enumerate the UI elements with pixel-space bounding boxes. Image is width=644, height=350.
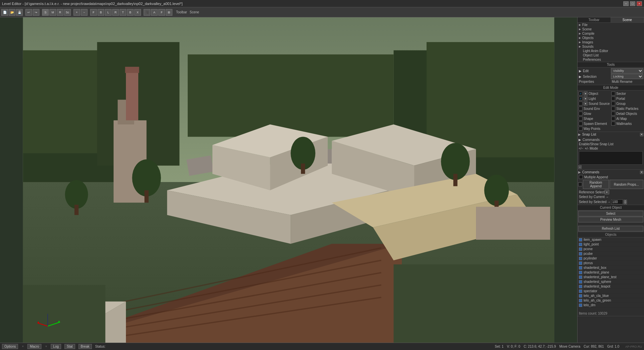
shape-checkbox[interactable] <box>579 117 583 121</box>
light-anim-editor-item[interactable]: Light Anim Editor <box>578 49 644 53</box>
stat-btn[interactable]: Stat <box>64 344 75 349</box>
toolbar-btn-b2[interactable]: B <box>127 9 134 16</box>
sound-env-mode-item[interactable]: Sound Env <box>578 106 611 111</box>
toolbar-btn-save[interactable]: 💾 <box>16 9 23 16</box>
selection-tool[interactable]: ▶ Selection <box>578 74 610 79</box>
images-menu[interactable]: ▶ Images <box>578 40 644 44</box>
obj-item-12[interactable]: telo_ah_cla_blue <box>578 294 644 298</box>
wallmarks-mode-item[interactable]: Wallmarks <box>611 121 643 126</box>
file-menu[interactable]: ▶ File <box>578 23 644 27</box>
snap-close[interactable]: × <box>578 165 582 169</box>
toolbar-btn-zoom-in[interactable]: + <box>73 9 80 16</box>
maximize-button[interactable]: □ <box>630 1 635 6</box>
properties-tool[interactable]: Properties <box>578 79 611 84</box>
break-btn[interactable]: Break <box>78 344 92 349</box>
minimize-button[interactable]: − <box>623 1 629 6</box>
spawn-element-mode-item[interactable]: Spawn Element <box>578 121 611 126</box>
multi-rename-tool[interactable]: Multi Rename <box>611 79 644 84</box>
locking-dropdown[interactable]: Locking <box>611 74 644 79</box>
toolbar-btn-x[interactable]: X <box>134 9 141 16</box>
toolbar-btn-redo[interactable]: ↪ <box>33 9 39 16</box>
shape-mode-item[interactable]: Shape <box>578 116 611 121</box>
toolbar-btn-l[interactable]: L <box>105 9 112 16</box>
toolbar-btn-a[interactable]: A <box>151 9 158 16</box>
portal-checkbox[interactable] <box>611 97 615 101</box>
static-particles-checkbox[interactable] <box>611 107 615 111</box>
preferences-item[interactable]: Preferences <box>578 57 644 62</box>
objects-scroll-area[interactable]: item_spawn light_point pcone pcube pcyli… <box>578 237 644 311</box>
way-points-checkbox[interactable] <box>579 127 583 131</box>
obj-item-1[interactable]: light_point <box>578 242 644 247</box>
visibility-dropdown[interactable]: Visibility <box>611 68 644 73</box>
toolbar-btn-undo[interactable]: ↩ <box>25 9 32 16</box>
way-points-mode-item[interactable]: Way Points <box>578 126 611 131</box>
detail-objects-checkbox[interactable] <box>611 112 615 116</box>
toolbar-btn-r[interactable]: R <box>112 9 119 16</box>
obj-item-8[interactable]: shadertest_plane_test <box>578 275 644 280</box>
select-value-input[interactable] <box>611 199 623 204</box>
group-mode-item[interactable]: Group <box>611 101 643 106</box>
toolbar-btn-new[interactable]: 📄 <box>1 9 8 16</box>
scene-menu[interactable]: ▶ Scene <box>578 27 644 31</box>
toolbar-btn-snap[interactable]: ⊞ <box>166 9 172 16</box>
toolbar-btn-rotate[interactable]: R <box>57 9 63 16</box>
toolbar-btn-zoom-out[interactable]: − <box>81 9 88 16</box>
object-dropdown[interactable]: ▼ <box>584 92 588 96</box>
toolbar-btn-b[interactable]: B <box>98 9 104 16</box>
obj-item-3[interactable]: pcube <box>578 251 644 256</box>
macro-btn[interactable]: Macro <box>27 344 41 349</box>
object-mode-item[interactable]: ▼ Object <box>578 91 611 96</box>
tab-toolbar[interactable]: Toolbar <box>578 17 611 22</box>
obj-item-0[interactable]: item_spawn <box>578 237 644 242</box>
obj-item-10[interactable]: shadertest_teapot <box>578 284 644 289</box>
viewport[interactable] <box>0 17 577 343</box>
group-checkbox[interactable] <box>611 102 615 106</box>
tab-scene[interactable]: Scene <box>611 17 644 22</box>
ai-map-mode-item[interactable]: AI Map <box>611 116 643 121</box>
toolbar-btn-t[interactable]: T <box>120 9 126 16</box>
sector-checkbox[interactable] <box>611 92 615 96</box>
select-btn[interactable]: Select <box>578 211 643 216</box>
object-checkbox[interactable] <box>579 92 583 96</box>
object-list-item[interactable]: Object List <box>578 53 644 57</box>
toolbar-btn-f2[interactable]: F <box>158 9 165 16</box>
snap-list-area[interactable] <box>579 151 643 165</box>
select-down[interactable]: ▼ <box>624 202 627 204</box>
sound-source-checkbox[interactable] <box>579 102 583 106</box>
compile-menu[interactable]: ▶ Compile <box>578 31 644 36</box>
sound-source-dropdown[interactable]: ▼ <box>584 102 588 106</box>
toolbar-btn-camera[interactable]: 🎥 <box>144 9 150 16</box>
obj-item-4[interactable]: pcylinder <box>578 256 644 261</box>
sound-source-mode-item[interactable]: ▼ Sound Source <box>578 101 611 106</box>
obj-item-6[interactable]: shadertest_box <box>578 266 644 270</box>
portal-mode-item[interactable]: Portal <box>611 96 643 101</box>
glow-checkbox[interactable] <box>579 112 583 116</box>
light-checkbox[interactable] <box>579 97 583 101</box>
obj-item-9[interactable]: shadertest_sphere <box>578 280 644 284</box>
sector-mode-item[interactable]: Sector <box>611 91 643 96</box>
obj-item-7[interactable]: shadertest_plane <box>578 270 644 275</box>
obj-item-5[interactable]: ptorus <box>578 261 644 266</box>
objects-menu[interactable]: ▶ Objects <box>578 36 644 40</box>
glow-mode-item[interactable]: Glow <box>578 111 611 116</box>
random-props-btn[interactable]: Random Props... <box>610 180 644 189</box>
wallmarks-checkbox[interactable] <box>611 122 615 126</box>
snap-dd[interactable]: ▼ <box>640 133 643 136</box>
obj-item-11[interactable]: spectator <box>578 289 644 294</box>
toolbar-btn-scale[interactable]: Sc <box>64 9 71 16</box>
log-btn[interactable]: Log <box>51 344 61 349</box>
obj-item-2[interactable]: pcone <box>578 247 644 251</box>
random-append-cb[interactable] <box>578 182 582 186</box>
spawn-element-checkbox[interactable] <box>579 122 583 126</box>
toolbar-btn-open[interactable]: 📂 <box>9 9 15 16</box>
preview-mesh-btn[interactable]: Preview Mesh <box>578 217 643 222</box>
obj-item-13[interactable]: telo_ah_cla_green <box>578 298 644 303</box>
detail-objects-mode-item[interactable]: Detail Objects <box>611 111 643 116</box>
toolbar-btn-move[interactable]: M <box>49 9 56 16</box>
static-particles-mode-item[interactable]: Static Particles <box>611 106 643 111</box>
reference-select-dd[interactable]: ▼ <box>605 190 609 194</box>
edit-tool[interactable]: ▶ Edit <box>578 68 610 73</box>
commands-dd[interactable]: ▼ <box>640 171 643 174</box>
light-mode-item[interactable]: ▼ Light <box>578 96 611 101</box>
random-append-btn[interactable]: Random Append <box>583 180 609 189</box>
